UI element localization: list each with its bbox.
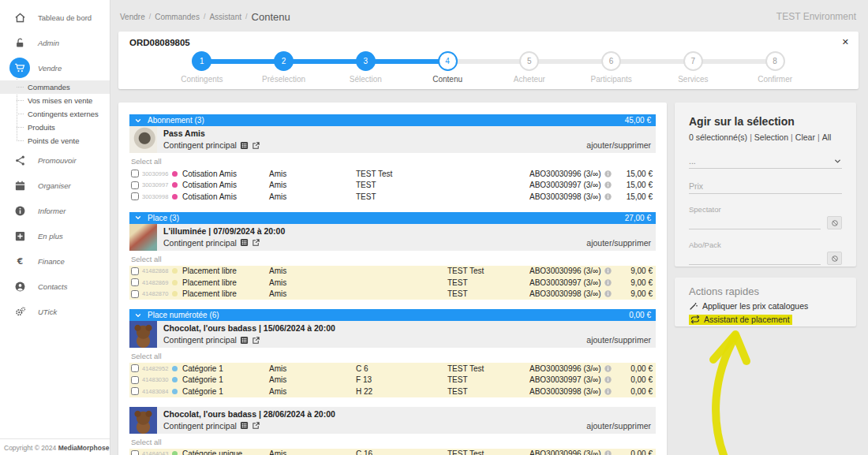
sidebar-item-en-plus[interactable]: En plus: [0, 223, 110, 248]
euro-icon: €: [14, 255, 26, 267]
row-checkbox[interactable]: [131, 278, 139, 286]
sidebar-item-tableau-de-bord[interactable]: Tableau de bord: [0, 5, 110, 30]
sidebar-subitem-produits[interactable]: Produits: [0, 121, 110, 134]
section-header[interactable]: Place numérotée (6)0,00 €: [129, 309, 656, 321]
abopack-clear-button[interactable]: [827, 252, 842, 265]
chevron-down-icon[interactable]: [134, 311, 142, 319]
spectator-input[interactable]: [689, 214, 821, 229]
select-all-link[interactable]: Select all: [131, 157, 162, 166]
info-icon[interactable]: [604, 365, 612, 372]
spectator-clear-button[interactable]: [827, 216, 842, 229]
selection-link-selection[interactable]: Selection: [754, 132, 788, 142]
order-wizard-card: ORD08089805 ✕ 1Contingents2Préselection3…: [118, 32, 859, 89]
step-label: Acheteur: [488, 75, 571, 84]
prix-input[interactable]: [689, 178, 842, 194]
info-icon[interactable]: [604, 279, 612, 286]
grid-icon[interactable]: [240, 336, 249, 345]
grid-icon[interactable]: [240, 421, 249, 430]
row-checkbox[interactable]: [131, 290, 139, 298]
abopack-input[interactable]: [689, 249, 821, 265]
grid-icon[interactable]: [240, 238, 249, 247]
wizard-step-contingents[interactable]: 1Contingents: [161, 51, 243, 84]
wizard-step-participants[interactable]: 6Participants: [571, 51, 653, 84]
subscription-ref: ABO30030997 (3/∞): [529, 181, 601, 189]
ticket-rows: 30030996Cotisation AmisAmisTEST TestABO3…: [129, 168, 656, 203]
section-total: 27,00 €: [625, 214, 651, 222]
external-link-icon[interactable]: [252, 336, 260, 345]
wizard-step-préselection[interactable]: 2Préselection: [243, 51, 325, 84]
wizard-step-sélection[interactable]: 3Sélection: [325, 51, 407, 84]
select-all-link[interactable]: Select all: [131, 352, 162, 360]
row-checkbox[interactable]: [131, 376, 139, 384]
row-checkbox[interactable]: [131, 364, 139, 372]
sidebar-subitem-vos-mises-en-vente[interactable]: Vos mises en vente: [0, 94, 110, 107]
breadcrumb-commandes[interactable]: Commandes: [155, 13, 200, 21]
wizard-step-contenu[interactable]: 4Contenu: [406, 51, 488, 84]
sidebar-item-label: Informer: [38, 207, 65, 215]
sidebar-item-finance[interactable]: €Finance: [0, 248, 110, 274]
tariff-label: Amis: [269, 181, 356, 189]
sidebar-item-promouvoir[interactable]: Promouvoir: [0, 147, 110, 173]
sidebar-item-utick[interactable]: UTick: [0, 299, 110, 324]
seat-label: C 6: [356, 364, 447, 373]
chevron-down-icon[interactable]: [134, 214, 142, 222]
breadcrumb-vendre[interactable]: Vendre: [120, 13, 145, 21]
sidebar-item-label: Contacts: [38, 282, 68, 291]
row-checkbox[interactable]: [131, 170, 139, 177]
breadcrumb-assistant[interactable]: Assistant: [209, 13, 241, 21]
sidebar-item-contacts[interactable]: Contacts: [0, 274, 110, 299]
add-remove-link[interactable]: ajouter/supprimer: [586, 335, 651, 345]
quick-action-assistant-de-placement[interactable]: Assistant de placement: [689, 315, 842, 325]
action-select[interactable]: ...: [689, 156, 842, 169]
grid-icon[interactable]: [240, 141, 249, 150]
action-select-value: ...: [689, 156, 696, 166]
price-label: 0,00 €: [624, 364, 656, 373]
section-header[interactable]: Place (3)27,00 €: [129, 212, 656, 224]
sidebar-item-informer[interactable]: Informer: [0, 198, 110, 223]
action-content: Appliquer les prix catalogues: [689, 301, 808, 311]
sidebar-item-organiser[interactable]: Organiser: [0, 173, 110, 198]
wizard-step-confirmer[interactable]: 8Confirmer: [734, 51, 816, 84]
add-remove-link[interactable]: ajouter/supprimer: [586, 140, 651, 150]
close-icon[interactable]: ✕: [842, 37, 849, 47]
add-remove-link[interactable]: ajouter/supprimer: [586, 238, 651, 248]
event-title: L'illuminée | 07/09/2024 à 20:00: [163, 226, 651, 236]
wizard-step-services[interactable]: 7Services: [653, 51, 735, 84]
info-icon[interactable]: [604, 193, 612, 200]
info-icon[interactable]: [604, 376, 612, 383]
wizard-step-acheteur[interactable]: 5Acheteur: [488, 51, 571, 84]
add-remove-link[interactable]: ajouter/supprimer: [586, 421, 651, 431]
ticket-row: 30030998Cotisation AmisAmisTESTABO300309…: [129, 191, 656, 203]
external-link-icon[interactable]: [252, 238, 260, 247]
subscription-ref: ABO30030996 (3/∞): [529, 364, 601, 373]
seat-label: TEST Test: [356, 170, 447, 178]
quick-action-appliquer-les-prix-catalogues[interactable]: Appliquer les prix catalogues: [689, 301, 842, 311]
select-all-link[interactable]: Select all: [131, 438, 162, 446]
info-icon[interactable]: [604, 388, 612, 395]
sidebar-subitem-contingents-externes[interactable]: Contingents externes: [0, 107, 110, 121]
row-checkbox[interactable]: [131, 181, 139, 189]
row-checkbox[interactable]: [131, 387, 139, 395]
selection-link-all[interactable]: All: [822, 132, 832, 142]
row-checkbox[interactable]: [131, 267, 139, 275]
info-icon[interactable]: [604, 450, 612, 455]
info-icon[interactable]: [604, 181, 612, 188]
select-all-link[interactable]: Select all: [131, 255, 162, 263]
sidebar-subitem-points-de-vente[interactable]: Points de vente: [0, 134, 110, 147]
external-link-icon[interactable]: [252, 141, 260, 150]
sidebar-subitem-commandes[interactable]: Commandes: [0, 80, 110, 94]
selection-link-clear[interactable]: Clear: [795, 132, 815, 142]
person-icon: [14, 281, 26, 293]
price-label: 15,00 €: [624, 170, 656, 178]
row-checkbox[interactable]: [131, 450, 139, 455]
external-link-icon[interactable]: [252, 421, 260, 430]
info-icon[interactable]: [604, 290, 612, 297]
info-icon[interactable]: [604, 267, 612, 274]
section-header[interactable]: Abonnement (3)45,00 €: [129, 114, 656, 126]
category-label: Catégorie 1: [182, 375, 223, 384]
chevron-down-icon[interactable]: [134, 117, 142, 125]
info-icon[interactable]: [604, 170, 612, 177]
row-checkbox[interactable]: [131, 192, 139, 200]
sidebar-item-admin[interactable]: Admin: [0, 30, 110, 55]
step-label: Contenu: [406, 75, 488, 84]
